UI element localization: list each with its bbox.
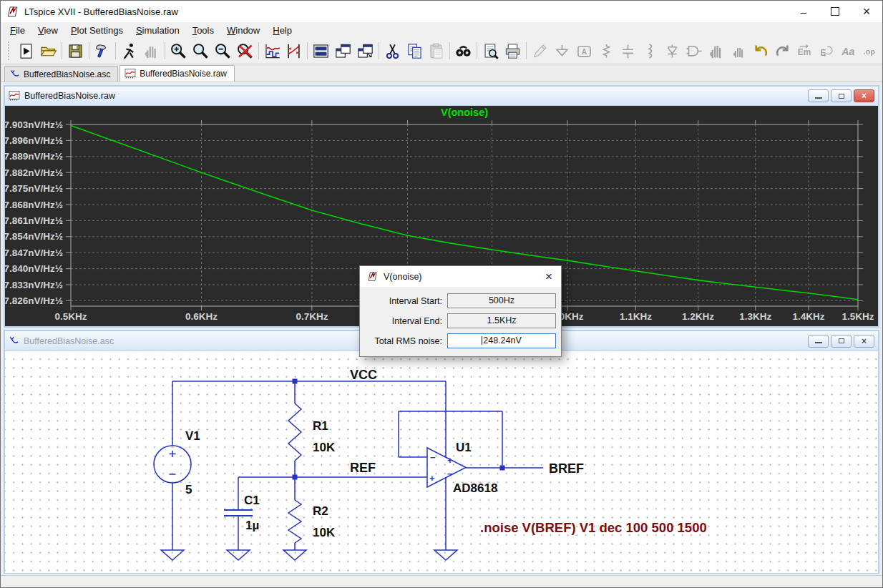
toolbar-separator <box>258 42 259 59</box>
tab-label: BufferedBiasNoise.raw <box>140 69 227 79</box>
minimize-button[interactable]: – <box>788 1 819 22</box>
toolbar-separator <box>526 42 527 59</box>
menu-window[interactable]: Window <box>220 25 266 36</box>
zoom-in-button[interactable] <box>167 40 190 62</box>
menu-tools[interactable]: Tools <box>186 25 220 36</box>
close-button[interactable]: × <box>851 1 882 22</box>
y-tick-label: 7.882nV/Hz½ <box>5 167 63 178</box>
x-tick-label: 0.5KHz <box>54 311 87 322</box>
menu-view[interactable]: View <box>31 25 64 36</box>
cascade-windows-button[interactable] <box>354 40 376 62</box>
menu-plot-settings[interactable]: Plot Settings <box>64 25 130 36</box>
dialog-titlebar[interactable]: V(onoise) × <box>360 266 561 287</box>
title-bar[interactable]: LTspice XVII - BufferedBiasNoise.raw – × <box>1 1 882 22</box>
x-tick-label: 1.1KHz <box>620 311 652 322</box>
diode-icon <box>663 42 681 60</box>
maximize-button[interactable] <box>819 1 851 22</box>
x-tick-label: 0.6KHz <box>185 311 218 322</box>
spice-directive-text[interactable]: .noise V(BREF) V1 dec 100 500 1500 <box>480 520 707 535</box>
y-tick-label: 7.854nV/Hz½ <box>5 231 63 242</box>
find-button[interactable] <box>452 40 474 62</box>
zoom-full-button[interactable] <box>234 40 256 62</box>
draw-wire-icon <box>531 42 549 60</box>
schematic-canvas[interactable]: −++−VCCREFBREFV15R110KC11µR210KU1AD8618.… <box>5 351 878 573</box>
tile-horizontal-button[interactable] <box>310 40 332 62</box>
run-button[interactable] <box>118 40 140 62</box>
autorange-y-button[interactable] <box>283 40 305 62</box>
copy-button[interactable] <box>404 40 426 62</box>
schematic-restore-button[interactable] <box>831 335 852 348</box>
zoom-out-button[interactable] <box>212 40 234 62</box>
save-button[interactable] <box>64 40 87 62</box>
waveform-restore-button[interactable] <box>831 89 852 102</box>
schematic-minimize-button[interactable] <box>808 335 829 348</box>
print-button[interactable] <box>502 40 524 62</box>
component-part-u1[interactable]: AD8618 <box>453 481 497 495</box>
halt-button <box>140 40 162 62</box>
menu-simulation[interactable]: Simulation <box>130 25 186 36</box>
open-file-icon <box>39 42 57 60</box>
ground-symbol[interactable] <box>283 550 306 560</box>
toolbar-grip <box>8 41 12 60</box>
new-schematic-button[interactable] <box>15 40 37 62</box>
component-value-c1[interactable]: 1µ <box>245 519 259 532</box>
waveform-close-button[interactable]: × <box>854 89 874 102</box>
resistor-r2[interactable] <box>288 500 301 543</box>
schematic-close-button[interactable]: × <box>854 335 874 348</box>
component-name-r1[interactable]: R1 <box>313 419 328 433</box>
tab-waveform[interactable]: BufferedBiasNoise.raw <box>119 65 235 82</box>
redo-button[interactable] <box>771 40 794 62</box>
ground-symbol[interactable] <box>161 550 184 560</box>
diode-button <box>661 40 683 62</box>
svg-text:Em: Em <box>798 47 811 57</box>
net-label-bref[interactable]: BREF <box>549 461 584 476</box>
total-rms-noise-field[interactable]: 248.24nV <box>447 333 556 348</box>
ground-symbol[interactable] <box>434 550 457 560</box>
interval-end-field[interactable]: 1.5KHz <box>447 313 556 328</box>
waveform-window-titlebar[interactable]: BufferedBiasNoise.raw × <box>5 87 878 106</box>
net-label-ref[interactable]: REF <box>350 461 376 475</box>
waveform-minimize-button[interactable] <box>808 89 829 102</box>
cut-button[interactable] <box>381 40 404 62</box>
interval-end-label: Interval End: <box>392 316 442 326</box>
schematic-window-icon <box>9 335 19 346</box>
tile-vertical-button[interactable] <box>332 40 354 62</box>
ground-symbol[interactable] <box>227 550 250 560</box>
toolbar-separator <box>477 42 477 59</box>
trace-title[interactable]: V(onoise) <box>441 107 488 118</box>
component-name-u1[interactable]: U1 <box>456 441 472 454</box>
component-name-v1[interactable]: V1 <box>185 429 200 443</box>
net-label-vcc[interactable]: VCC <box>350 368 377 382</box>
toolbar-separator <box>379 42 379 59</box>
svg-text:E: E <box>821 47 826 57</box>
paste-button <box>426 40 448 62</box>
plot-settings-button[interactable] <box>261 40 283 62</box>
component-name-c1[interactable]: C1 <box>244 494 260 507</box>
tab-schematic[interactable]: BufferedBiasNoise.asc <box>4 66 118 82</box>
dialog-close-icon[interactable]: × <box>543 270 555 284</box>
interval-start-field[interactable]: 500Hz <box>447 293 556 308</box>
rotate-icon: E <box>818 42 836 60</box>
component-value-v1[interactable]: 5 <box>185 483 192 496</box>
open-file-button[interactable] <box>37 40 59 62</box>
component-value-r1[interactable]: 10K <box>313 441 336 454</box>
resistor-icon <box>597 42 615 60</box>
print-preview-button[interactable] <box>479 40 502 62</box>
component-button <box>683 40 706 62</box>
toolbar-separator <box>62 42 62 59</box>
component-name-r2[interactable]: R2 <box>313 504 328 518</box>
spice-directive-icon: .op <box>862 42 880 60</box>
menu-help[interactable]: Help <box>266 25 298 36</box>
clipped-text-fragment: BufferedBiasNoise <box>198 584 332 587</box>
control-panel-button[interactable] <box>92 40 114 62</box>
toolbar-separator <box>89 42 89 59</box>
undo-button[interactable] <box>750 40 772 62</box>
menu-file[interactable]: File <box>4 25 31 36</box>
component-value-r2[interactable]: 10K <box>313 526 336 539</box>
net-label-icon: A <box>575 42 593 60</box>
capacitor-c1[interactable] <box>224 510 253 516</box>
resistor-r1[interactable] <box>288 403 301 461</box>
zoom-previous-button[interactable] <box>190 40 212 62</box>
rotate-button: E <box>816 40 838 62</box>
y-tick-label: 7.833nV/Hz½ <box>5 280 63 290</box>
